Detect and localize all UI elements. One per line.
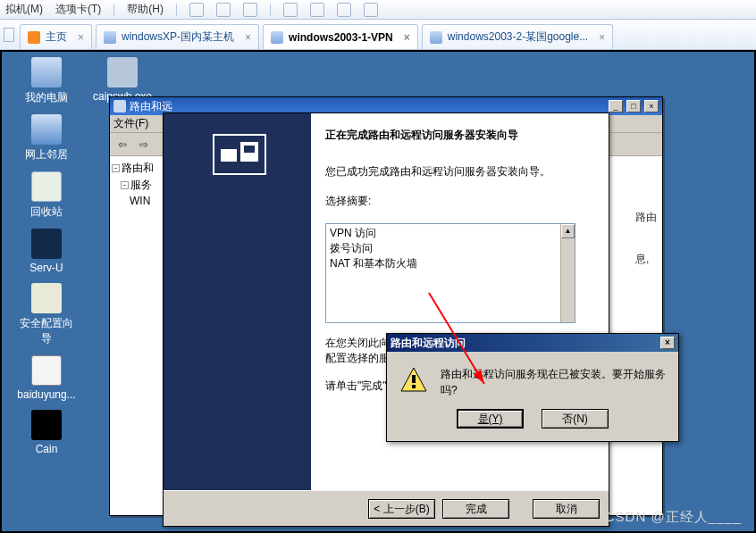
finish-button[interactable]: 完成	[442, 499, 509, 519]
tab-home[interactable]: 主页 ×	[20, 24, 92, 49]
minimize-button[interactable]: _	[609, 100, 623, 112]
wizard-footer: < 上一步(B) 完成 取消	[164, 490, 609, 526]
close-icon[interactable]: ×	[78, 31, 84, 44]
scroll-up-icon[interactable]: ▲	[561, 224, 575, 238]
wizard-heading: 正在完成路由和远程访问服务器安装向导	[325, 128, 592, 143]
back-button[interactable]: ⇦	[113, 136, 131, 154]
tab-label: windows2003-2-某国google...	[448, 29, 588, 45]
host-menu-bar: 拟机(M) 选项卡(T) 帮助(H)	[0, 0, 756, 20]
summary-label: 选择摘要:	[325, 194, 592, 209]
back-button[interactable]: < 上一步(B)	[368, 499, 435, 519]
svg-rect-1	[221, 149, 237, 162]
desktop-icon-my-computer[interactable]: 我的电脑	[15, 57, 78, 105]
svg-rect-5	[412, 375, 416, 383]
desktop-icon-network[interactable]: 网上邻居	[15, 114, 78, 162]
close-button[interactable]: ×	[644, 100, 659, 112]
tab-label: 主页	[46, 29, 67, 45]
menu-tabs[interactable]: 选项卡(T)	[55, 2, 101, 17]
window-title: 路由和远	[130, 99, 172, 114]
wizard-sidebar	[164, 113, 311, 490]
toolbar-icon[interactable]	[243, 3, 257, 17]
toolbar-icon[interactable]	[337, 3, 351, 17]
yes-button[interactable]: 是(Y)	[457, 409, 524, 429]
home-icon	[28, 31, 40, 44]
page-icon	[104, 31, 116, 44]
svg-marker-8	[474, 370, 484, 384]
app-icon	[113, 100, 126, 112]
page-icon	[271, 31, 283, 44]
wizard-text: 您已成功完成路由和远程访问服务器安装向导。	[325, 164, 592, 179]
watermark: CSDN @正经人____	[605, 509, 742, 526]
tab-label: windowsXP-国内某主机	[122, 29, 234, 45]
maximize-button[interactable]: □	[626, 100, 641, 112]
remote-desktop: 我的电脑 网上邻居 回收站 Serv-U 安全配置向导 baiduyung...…	[0, 50, 756, 533]
icon-label: Serv-U	[29, 262, 63, 274]
tree-node[interactable]: WIN	[130, 195, 150, 207]
close-icon[interactable]: ×	[404, 31, 410, 44]
icon-label: baiduyung...	[17, 388, 75, 401]
cancel-button[interactable]: 取消	[533, 499, 600, 519]
browser-tab-strip: 主页 × windowsXP-国内某主机 × windows2003-1-VPN…	[0, 20, 756, 50]
icon-label: 网上邻居	[25, 148, 68, 161]
icon-label: 我的电脑	[25, 91, 68, 104]
desktop-icon-security-wizard[interactable]: 安全配置向导	[15, 283, 78, 346]
tab-slot-icon	[4, 28, 14, 42]
icon-label: 安全配置向导	[20, 317, 73, 345]
tree-root[interactable]: 路由和	[122, 161, 154, 176]
toolbar-icon[interactable]	[283, 3, 298, 17]
desktop-icon-servu[interactable]: Serv-U	[15, 229, 78, 274]
menu-vm[interactable]: 拟机(M)	[5, 2, 43, 17]
wizard-graphic-icon	[208, 129, 271, 179]
svg-line-7	[429, 293, 484, 384]
mmc-tree[interactable]: -路由和 -服务 WIN	[110, 156, 165, 515]
summary-line: 拨号访问	[330, 241, 571, 256]
svg-rect-6	[412, 385, 416, 388]
desktop-icon-cain[interactable]: Cain	[15, 410, 78, 455]
menu-file[interactable]: 文件(F)	[113, 116, 148, 131]
tab-xp[interactable]: windowsXP-国内某主机 ×	[96, 24, 259, 49]
forward-button[interactable]: ⇨	[135, 136, 153, 154]
toolbar-icon[interactable]	[216, 3, 231, 17]
icon-label: 回收站	[30, 205, 63, 218]
toolbar-icon[interactable]	[310, 3, 324, 17]
page-icon	[430, 31, 442, 44]
text-fragment: 路由 息,	[635, 210, 657, 267]
tab-vpn[interactable]: windows2003-1-VPN ×	[263, 24, 418, 49]
summary-line: VPN 访问	[330, 226, 571, 241]
menu-help[interactable]: 帮助(H)	[127, 2, 164, 17]
summary-line: NAT 和基本防火墙	[330, 256, 571, 271]
tab-google[interactable]: windows2003-2-某国google... ×	[422, 24, 613, 49]
scrollbar[interactable]: ▲	[560, 224, 575, 322]
annotation-arrow	[422, 286, 502, 402]
svg-rect-3	[244, 146, 255, 153]
tree-node[interactable]: 服务	[130, 178, 152, 193]
wizard-window: 正在完成路由和远程访问服务器安装向导 您已成功完成路由和远程访问服务器安装向导。…	[163, 112, 609, 527]
toolbar-icon[interactable]	[364, 3, 378, 17]
close-icon[interactable]: ×	[245, 31, 251, 44]
no-button[interactable]: 否(N)	[542, 409, 609, 429]
desktop-icon-baiduyun[interactable]: baiduyung...	[15, 355, 78, 401]
icon-label: Cain	[36, 443, 58, 455]
desktop-icon-recycle-bin[interactable]: 回收站	[15, 171, 78, 220]
close-button[interactable]: ×	[660, 337, 675, 349]
tab-label: windows2003-1-VPN	[289, 31, 393, 44]
toolbar-icon[interactable]	[189, 3, 204, 17]
close-icon[interactable]: ×	[599, 31, 605, 44]
